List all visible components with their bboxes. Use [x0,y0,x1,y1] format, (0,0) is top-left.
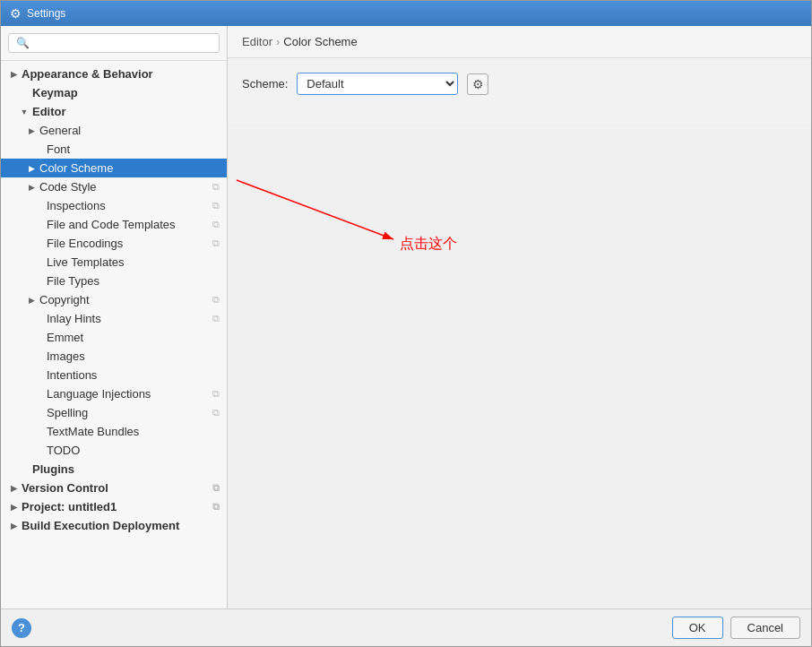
sidebar-item-label: Color Scheme [39,161,113,175]
sidebar-item-label: File Encodings [47,237,123,250]
sidebar-item-file-and-code-templates[interactable]: File and Code Templates⧉ [1,215,227,234]
titlebar: ⚙ Settings [1,1,811,26]
sidebar-item-general[interactable]: ▶General [1,121,227,140]
sidebar-item-label: Plugins [32,462,74,476]
sidebar-item-label: Intentions [47,368,97,382]
sidebar-item-emmet[interactable]: Emmet [1,328,227,347]
sidebar-item-label: Project: untitled1 [22,500,117,513]
copy-icon: ⧉ [212,181,220,193]
sidebar-item-label: Spelling [47,406,88,419]
chevron-icon: ▶ [8,483,19,494]
chevron-icon: ▶ [8,69,19,80]
sidebar-item-label: Editor [32,105,66,118]
sidebar-item-spelling[interactable]: Spelling⧉ [1,403,227,422]
ok-button[interactable]: OK [672,617,723,639]
sidebar-item-label: Emmet [47,331,83,344]
bottom-bar: ? OK Cancel [1,608,811,646]
sidebar-item-intentions[interactable]: Intentions [1,366,227,384]
settings-window: ⚙ Settings ▶Appearance & BehaviorKeymap▼… [0,0,812,647]
main-wrapper: Editor › Color Scheme Scheme: DefaultDar… [228,26,811,608]
sidebar-item-todo[interactable]: TODO [1,441,227,460]
copy-icon: ⧉ [212,219,220,230]
gear-button[interactable]: ⚙ [467,73,488,95]
titlebar-title: Settings [27,7,65,20]
tree: ▶Appearance & BehaviorKeymap▼Editor▶Gene… [1,61,227,608]
chevron-icon: ▶ [26,182,37,193]
sidebar: ▶Appearance & BehaviorKeymap▼Editor▶Gene… [1,26,228,608]
breadcrumb-separator: › [276,35,280,48]
chevron-icon: ▶ [8,502,19,513]
annotation-text: 点击这个 [400,236,457,251]
search-input[interactable] [8,33,220,53]
sidebar-item-label: Inlay Hints [47,312,101,325]
sidebar-item-label: Keymap [32,86,78,99]
breadcrumb-current: Color Scheme [283,35,357,48]
search-box [1,26,227,61]
sidebar-item-label: File Types [47,274,99,288]
chevron-icon: ▼ [19,107,30,117]
copy-icon: ⧉ [212,313,220,324]
sidebar-item-language-injections[interactable]: Language Injections⧉ [1,384,227,403]
copy-icon: ⧉ [212,407,220,418]
sidebar-item-plugins[interactable]: Plugins [1,460,227,479]
sidebar-item-file-encodings[interactable]: File Encodings⧉ [1,234,227,253]
sidebar-item-editor[interactable]: ▼Editor [1,102,227,121]
sidebar-item-label: Font [47,142,70,156]
sidebar-item-build-execution-deployment[interactable]: ▶Build Execution Deployment [1,516,227,535]
help-button[interactable]: ? [12,618,31,638]
panel-content: Scheme: DefaultDarculaHigh contrast ⚙ [228,58,811,124]
copy-icon: ⧉ [212,501,220,513]
sidebar-item-keymap[interactable]: Keymap [1,83,227,102]
sidebar-item-font[interactable]: Font [1,140,227,159]
sidebar-item-label: Inspections [47,199,106,212]
content-area: ▶Appearance & BehaviorKeymap▼Editor▶Gene… [1,26,811,608]
sidebar-item-color-scheme[interactable]: ▶Color Scheme [1,159,227,177]
sidebar-item-images[interactable]: Images [1,347,227,366]
sidebar-item-file-types[interactable]: File Types [1,272,227,290]
sidebar-item-project-untitled1[interactable]: ▶Project: untitled1⧉ [1,497,227,516]
sidebar-item-label: Appearance & Behavior [22,67,153,81]
chevron-icon: ▶ [8,521,19,531]
copy-icon: ⧉ [212,482,220,494]
sidebar-item-copyright[interactable]: ▶Copyright⧉ [1,290,227,309]
sidebar-item-appearance-behavior[interactable]: ▶Appearance & Behavior [1,65,227,83]
chevron-icon: ▶ [26,163,37,174]
sidebar-item-label: Code Style [39,180,97,194]
sidebar-item-code-style[interactable]: ▶Code Style⧉ [1,177,227,196]
sidebar-item-label: TODO [47,444,80,457]
chevron-icon: ▶ [26,125,37,136]
main-panel: Editor › Color Scheme Scheme: DefaultDar… [228,26,811,124]
svg-line-1 [237,180,393,239]
sidebar-item-label: Build Execution Deployment [22,519,179,532]
scheme-label: Scheme: [242,77,288,91]
sidebar-item-label: Live Templates [47,255,124,269]
copy-icon: ⧉ [212,294,220,306]
copy-icon: ⧉ [212,200,220,211]
breadcrumb: Editor › Color Scheme [228,26,811,58]
scheme-row: Scheme: DefaultDarculaHigh contrast ⚙ [242,73,797,95]
titlebar-icon: ⚙ [10,6,22,21]
sidebar-item-label: Images [47,349,85,363]
sidebar-item-label: Copyright [39,293,90,306]
sidebar-item-live-templates[interactable]: Live Templates [1,253,227,272]
cancel-button[interactable]: Cancel [730,617,800,639]
copy-icon: ⧉ [212,388,220,400]
sidebar-item-label: File and Code Templates [47,218,176,231]
sidebar-item-inspections[interactable]: Inspections⧉ [1,196,227,215]
breadcrumb-parent: Editor [242,35,272,48]
chevron-icon: ▶ [26,295,37,306]
scheme-select[interactable]: DefaultDarculaHigh contrast [297,73,458,95]
sidebar-item-textmate-bundles[interactable]: TextMate Bundles [1,422,227,441]
copy-icon: ⧉ [212,237,220,249]
sidebar-item-version-control[interactable]: ▶Version Control⧉ [1,479,227,497]
sidebar-item-label: TextMate Bundles [47,425,139,438]
sidebar-item-label: General [39,124,81,137]
sidebar-item-label: Language Injections [47,387,151,401]
sidebar-item-label: Version Control [22,481,108,495]
sidebar-item-inlay-hints[interactable]: Inlay Hints⧉ [1,309,227,328]
